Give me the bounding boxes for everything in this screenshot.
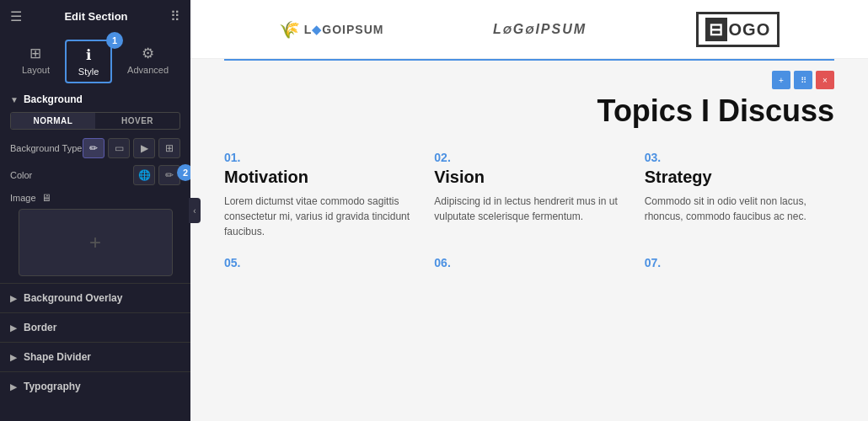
logo-wheat-text: L◆GOIPSUM <box>304 23 384 36</box>
bg-overlay-label: Background Overlay <box>24 292 122 304</box>
card-1-title: Vision <box>434 168 624 187</box>
image-label-row: Image 🖥 <box>10 192 180 204</box>
type-image-btn[interactable]: ▭ <box>108 138 130 158</box>
arrow-typography: ▶ <box>10 382 17 392</box>
badge-1: 1 <box>106 32 123 49</box>
border-section[interactable]: ▶ Border <box>0 312 190 342</box>
background-type-controls: ✏ ▭ ▶ ⊞ <box>83 138 180 158</box>
card-2-text: Commodo sit in odio velit non lacus, rho… <box>645 194 834 224</box>
border-label: Border <box>24 322 56 333</box>
color-globe-btn[interactable]: 🌐 <box>133 165 155 185</box>
image-icon: 🖥 <box>41 192 51 204</box>
color-row: Color 🌐 ✏ <box>10 165 180 185</box>
background-type-label: Background Type <box>10 143 82 153</box>
logo-italic: LØGØIPSUM <box>493 22 587 37</box>
arrow-shape: ▶ <box>10 353 17 362</box>
sub-tabs: NORMAL HOVER <box>10 112 180 130</box>
tab-style-label: Style <box>78 67 99 77</box>
style-icon: ℹ <box>86 46 91 64</box>
background-section-label[interactable]: ▼ Background <box>10 93 180 105</box>
advanced-icon: ⚙ <box>142 45 154 62</box>
card-0-number: 01. <box>224 151 414 164</box>
topics-title: Topics I Discuss <box>224 93 834 129</box>
bottom-num-0: 05. <box>224 256 414 269</box>
grid-icon[interactable]: ⠿ <box>170 8 180 24</box>
sidebar: ☰ Edit Section ⠿ ⊞ Layout ℹ Style ⚙ Adva… <box>0 0 190 421</box>
shape-divider-label: Shape Divider <box>24 351 91 363</box>
card-0: 01. Motivation Lorem dictumst vitae comm… <box>224 151 414 239</box>
type-video-btn[interactable]: ▶ <box>133 138 155 158</box>
type-slide-btn[interactable]: ⊞ <box>158 138 180 158</box>
card-1-number: 02. <box>434 151 624 164</box>
bottom-numbers: 05. 06. 07. <box>190 248 868 278</box>
image-plus-icon: + <box>89 231 101 254</box>
image-label: Image <box>10 193 36 203</box>
sidebar-toggle[interactable]: ‹ <box>189 198 201 223</box>
blue-line <box>224 59 834 61</box>
typography-label: Typography <box>24 381 81 392</box>
tab-advanced-label: Advanced <box>127 65 169 75</box>
section-move-btn[interactable]: ⠿ <box>794 71 812 89</box>
section-close-btn[interactable]: × <box>816 71 834 89</box>
sub-tab-hover[interactable]: HOVER <box>95 113 179 129</box>
sidebar-title: Edit Section <box>64 10 127 23</box>
image-upload-area[interactable]: + <box>19 209 173 276</box>
card-0-text: Lorem dictumst vitae commodo sagittis co… <box>224 194 414 239</box>
card-1: 02. Vision Adipiscing id in lectus hendr… <box>434 151 624 239</box>
tab-layout[interactable]: ⊞ Layout <box>10 40 62 83</box>
card-2-number: 03. <box>645 151 834 164</box>
color-controls: 🌐 ✏ <box>133 165 180 185</box>
sidebar-header: ☰ Edit Section ⠿ <box>0 0 190 33</box>
logo-box: ⊟OGO <box>696 12 780 47</box>
type-pen-btn[interactable]: ✏ <box>83 138 104 158</box>
hamburger-icon[interactable]: ☰ <box>10 8 22 24</box>
cards-grid: 01. Motivation Lorem dictumst vitae comm… <box>190 142 868 248</box>
section-add-btn[interactable]: + <box>772 71 790 89</box>
main-content: 🌾 L◆GOIPSUM LØGØIPSUM ⊟OGO + ⠿ × Topics … <box>190 0 868 421</box>
logo-bar: 🌾 L◆GOIPSUM LØGØIPSUM ⊟OGO <box>190 0 868 59</box>
typography-section[interactable]: ▶ Typography <box>0 371 190 401</box>
background-overlay-section[interactable]: ▶ Background Overlay <box>0 283 190 312</box>
wheat-icon: 🌾 <box>279 19 300 40</box>
logo-box-prefix: ⊟ <box>705 18 727 41</box>
bottom-num-2: 07. <box>645 256 834 269</box>
collapse-arrow-bg: ▼ <box>10 95 19 104</box>
card-0-title: Motivation <box>224 168 414 187</box>
background-group: ▼ Background NORMAL HOVER Background Typ… <box>0 87 190 283</box>
bottom-num-1: 06. <box>434 256 624 269</box>
card-2: 03. Strategy Commodo sit in odio velit n… <box>645 151 834 239</box>
logo-wheat: 🌾 L◆GOIPSUM <box>279 19 384 40</box>
topics-section: + ⠿ × Topics I Discuss <box>190 59 868 129</box>
tab-style[interactable]: ℹ Style <box>65 40 112 83</box>
tab-layout-label: Layout <box>22 65 50 75</box>
tab-advanced[interactable]: ⚙ Advanced <box>115 40 180 83</box>
background-label: Background <box>24 93 83 105</box>
layout-icon: ⊞ <box>29 45 41 62</box>
card-1-text: Adipiscing id in lectus hendrerit mus in… <box>434 194 624 224</box>
tabs-row: ⊞ Layout ℹ Style ⚙ Advanced <box>0 33 190 87</box>
card-2-title: Strategy <box>645 168 834 187</box>
color-label: Color <box>10 170 32 180</box>
sub-tab-normal[interactable]: NORMAL <box>11 113 95 129</box>
background-type-row: Background Type ✏ ▭ ▶ ⊞ <box>10 138 180 158</box>
arrow-border: ▶ <box>10 323 17 333</box>
arrow-bg-overlay: ▶ <box>10 294 17 303</box>
shape-divider-section[interactable]: ▶ Shape Divider <box>0 342 190 371</box>
